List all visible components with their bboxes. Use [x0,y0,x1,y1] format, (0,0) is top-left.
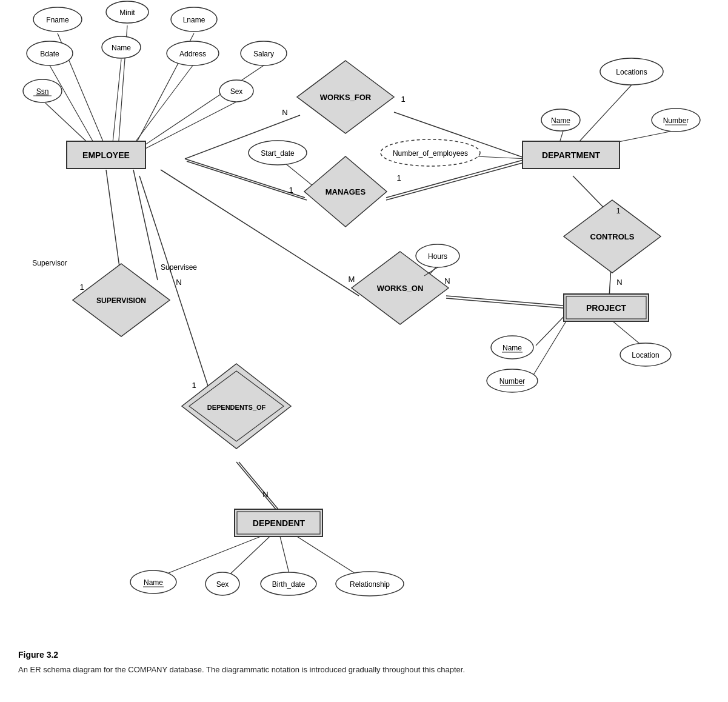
works-for-label: WORKS_FOR [320,93,372,102]
department-label: DEPARTMENT [542,150,601,160]
ssn-attr: Ssn [36,87,49,96]
supervisor-label: Supervisor [32,259,67,267]
controls-label: CONTROLS [590,232,635,241]
svg-line-29 [106,170,121,280]
bdate-attr: Bdate [40,50,59,58]
dep-name-attr: Name [144,578,163,587]
manages-label: MANAGES [326,187,366,196]
controls-1: 1 [616,206,620,215]
svg-line-21 [446,296,570,306]
start-date-attr: Start_date [261,149,295,158]
works-on-label: WORKS_ON [377,284,424,293]
emp-sex-attr: Sex [230,87,243,96]
manages-1-right: 1 [396,173,401,182]
svg-line-27 [531,315,570,379]
svg-line-33 [239,462,278,509]
proj-number-attr: Number [499,377,526,386]
proj-location-attr: Location [632,351,659,359]
svg-line-34 [153,537,261,579]
svg-line-8 [145,102,236,149]
salary-attr: Salary [253,50,274,58]
svg-line-4 [112,59,121,149]
proj-name-attr: Name [503,344,522,352]
emp-name-attr: Name [112,44,131,52]
lname-attr: Lname [183,16,205,24]
dependent-label: DEPENDENT [253,518,306,528]
svg-line-3 [50,65,97,149]
minit-attr: Minit [119,8,135,17]
figure-description: An ER schema diagram for the COMPANY dat… [18,664,710,676]
locations-attr: Locations [616,68,647,76]
dependents-of-n: N [262,490,268,499]
hours-attr: Hours [428,252,447,261]
supervisee-label: Supervisee [161,263,197,272]
dependents-of-label: DEPENDENTS_OF [207,404,266,411]
num-employees-attr: Number_of_employees [393,149,468,158]
birth-date-attr: Birth_date [272,580,306,589]
svg-line-22 [446,298,570,309]
dependents-of-1: 1 [192,381,196,390]
svg-line-5 [130,65,193,149]
figure-title: Figure 3.2 [18,649,710,661]
svg-line-17 [386,161,529,200]
fname-attr: Fname [46,16,69,24]
works-for-1: 1 [401,95,405,104]
supervision-1: 1 [79,282,84,292]
figure-caption: Figure 3.2 An ER schema diagram for the … [0,643,728,688]
supervision-label: SUPERVISION [96,296,146,305]
er-diagram-container: WORKS_FOR MANAGES WORKS_ON CONTROLS SUPE… [0,0,728,643]
svg-line-32 [236,462,276,509]
works-for-n: N [282,108,287,117]
svg-line-19 [476,156,527,159]
address-attr: Address [179,50,206,58]
controls-n: N [616,278,622,287]
works-on-n: N [444,276,450,286]
project-label: PROJECT [586,303,627,313]
svg-line-30 [133,170,158,280]
employee-label: EMPLOYEE [82,150,130,160]
dept-name-attr: Name [551,116,570,125]
works-on-m: M [349,275,355,284]
dep-sex-attr: Sex [216,580,229,589]
dept-number-attr: Number [663,116,689,125]
svg-line-11 [573,85,632,149]
supervision-n: N [176,278,181,287]
manages-1-left: 1 [289,186,293,195]
relationship-attr: Relationship [350,580,390,589]
